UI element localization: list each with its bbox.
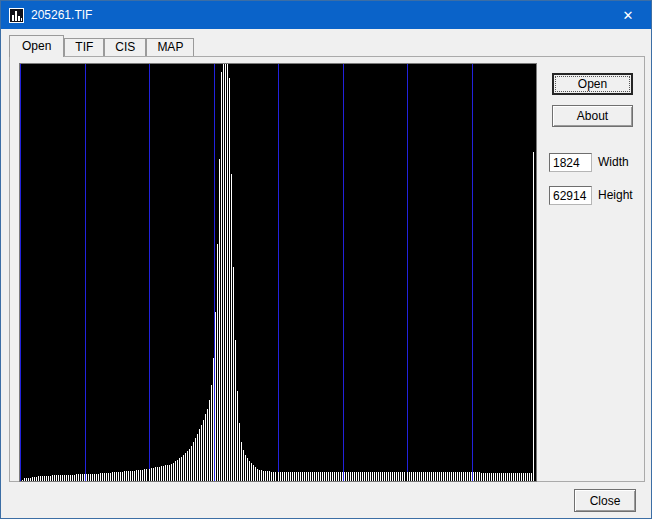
tab-tif[interactable]: TIF: [64, 38, 104, 56]
width-label: Width: [598, 153, 629, 172]
tab-open[interactable]: Open: [9, 35, 64, 57]
window-close-button[interactable]: ✕: [605, 1, 651, 29]
about-button-label: About: [577, 109, 608, 123]
about-button[interactable]: About: [552, 105, 633, 127]
open-button-label: Open: [578, 77, 607, 91]
tab-tif-label: TIF: [75, 40, 93, 54]
tab-strip: Open TIF CIS MAP: [9, 36, 194, 57]
histogram-canvas: [20, 64, 536, 481]
app-window: 205261.TIF ✕ Open TIF CIS MAP Open About…: [0, 0, 652, 519]
close-button-label: Close: [590, 494, 621, 508]
width-input[interactable]: [549, 153, 592, 172]
tab-map[interactable]: MAP: [146, 38, 194, 56]
tab-open-label: Open: [22, 39, 51, 53]
tab-cis[interactable]: CIS: [104, 38, 146, 56]
height-input[interactable]: [549, 186, 592, 205]
tab-map-label: MAP: [157, 40, 183, 54]
window-title: 205261.TIF: [31, 8, 92, 22]
title-bar: 205261.TIF ✕: [1, 1, 651, 29]
open-button[interactable]: Open: [552, 73, 633, 95]
height-label: Height: [598, 186, 633, 205]
close-button[interactable]: Close: [574, 489, 636, 512]
histogram-plot: [19, 63, 537, 482]
close-icon: ✕: [623, 8, 634, 23]
app-icon[interactable]: [9, 8, 24, 23]
tab-cis-label: CIS: [115, 40, 135, 54]
